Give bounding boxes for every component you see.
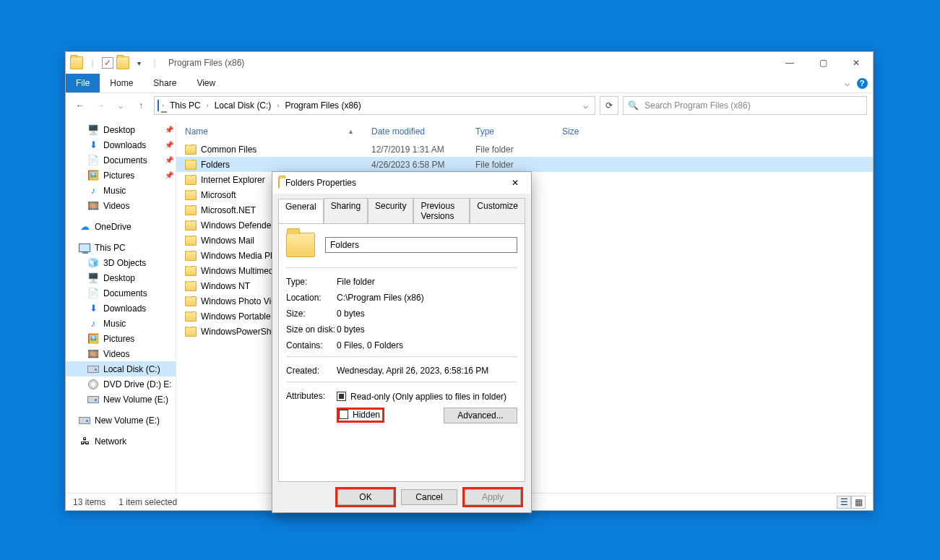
drive-icon xyxy=(87,394,99,405)
sidebar-item-pc-documents[interactable]: 📄Documents xyxy=(66,285,176,301)
sidebar-item-onedrive[interactable]: ☁OneDrive xyxy=(66,219,176,234)
label-created: Created: xyxy=(286,366,337,376)
dialog-title-bar[interactable]: Folders Properties ✕ xyxy=(272,172,531,194)
breadcrumb-seg-2[interactable]: Program Files (x86) xyxy=(282,100,363,111)
checkbox-icon xyxy=(337,392,346,401)
sidebar-item-network[interactable]: 🖧Network xyxy=(66,434,176,449)
qat-checkbox-icon[interactable]: ✓ xyxy=(102,57,113,69)
quick-access-toolbar: | ✓ ▾ | xyxy=(66,56,161,69)
breadcrumb-seg-1[interactable]: Local Disk (C:) xyxy=(212,100,275,111)
sidebar-item-pc-music[interactable]: ♪Music xyxy=(66,316,176,331)
folder-icon xyxy=(185,145,197,155)
view-large-icons-button[interactable]: ▦ xyxy=(851,496,866,509)
folder-name-input[interactable] xyxy=(325,237,517,253)
forward-button[interactable]: → xyxy=(92,97,109,114)
recent-dropdown-icon[interactable]: ⌵ xyxy=(112,97,129,114)
tab-sharing[interactable]: Sharing xyxy=(324,198,368,223)
chevron-right-icon[interactable]: › xyxy=(275,102,280,109)
column-type[interactable]: Type xyxy=(467,126,553,137)
pictures-icon: 🖼️ xyxy=(87,170,99,181)
expand-ribbon-icon[interactable]: ⌵ xyxy=(838,74,855,92)
sidebar-item-new-volume-e[interactable]: New Volume (E:) xyxy=(66,392,176,407)
close-button[interactable]: ✕ xyxy=(840,52,873,74)
sidebar-item-desktop[interactable]: 🖥️Desktop📌 xyxy=(66,122,176,137)
ok-button[interactable]: OK xyxy=(337,489,394,505)
sidebar-item-this-pc[interactable]: This PC xyxy=(66,240,176,255)
drive-icon xyxy=(87,363,99,375)
qat-folder-icon[interactable] xyxy=(116,56,129,69)
folder-icon xyxy=(70,56,83,69)
sidebar-item-pc-desktop[interactable]: 🖥️Desktop xyxy=(66,270,176,285)
breadcrumb-seg-0[interactable]: This PC xyxy=(167,100,204,111)
file-type: File folder xyxy=(467,145,553,155)
file-name: Windows Defender xyxy=(201,220,274,231)
chevron-right-icon[interactable]: › xyxy=(205,102,210,109)
column-name[interactable]: Name▲ xyxy=(176,126,363,137)
sidebar-item-videos[interactable]: 🎞️Videos xyxy=(66,198,176,213)
value-location: C:\Program Files (x86) xyxy=(337,293,517,303)
folder-icon xyxy=(185,251,197,261)
cube-icon: 🧊 xyxy=(87,257,99,269)
sidebar-item-pc-downloads[interactable]: ⬇Downloads xyxy=(66,301,176,316)
documents-icon: 📄 xyxy=(87,155,99,166)
column-size[interactable]: Size xyxy=(553,126,626,137)
up-button[interactable]: ↑ xyxy=(132,97,150,114)
sidebar-item-new-volume-e-2[interactable]: New Volume (E:) xyxy=(66,413,176,428)
tab-security[interactable]: Security xyxy=(368,198,413,223)
maximize-button[interactable]: ▢ xyxy=(806,52,840,74)
value-size: 0 bytes xyxy=(337,309,517,319)
sidebar-item-music[interactable]: ♪Music xyxy=(66,183,176,198)
pin-icon: 📌 xyxy=(163,156,176,164)
address-bar[interactable]: › This PC › Local Disk (C:) › Program Fi… xyxy=(154,96,595,115)
help-button[interactable]: ? xyxy=(855,74,873,92)
dialog-close-button[interactable]: ✕ xyxy=(499,172,531,194)
tab-view[interactable]: View xyxy=(186,74,225,92)
folder-icon xyxy=(185,160,197,170)
chevron-right-icon[interactable]: › xyxy=(160,102,165,109)
dialog-title: Folders Properties xyxy=(285,178,356,188)
qat-separator-2: | xyxy=(148,56,161,69)
checkbox-readonly[interactable]: Read-only (Only applies to files in fold… xyxy=(337,392,506,402)
sidebar-item-pictures[interactable]: 🖼️Pictures📌 xyxy=(66,168,176,183)
tab-share[interactable]: Share xyxy=(143,74,186,92)
sidebar-item-pc-videos[interactable]: 🎞️Videos xyxy=(66,346,176,361)
sidebar-item-downloads[interactable]: ⬇Downloads📌 xyxy=(66,137,176,152)
dialog-button-row: OK Cancel Apply xyxy=(272,482,531,512)
folder-icon xyxy=(185,296,197,306)
pin-icon: 📌 xyxy=(163,126,176,134)
sidebar-item-3d-objects[interactable]: 🧊3D Objects xyxy=(66,255,176,270)
table-row[interactable]: Common Files12/7/2019 1:31 AMFile folder xyxy=(176,142,873,157)
sidebar-item-local-disk-c[interactable]: Local Disk (C:) xyxy=(66,361,176,376)
folder-icon xyxy=(278,178,280,188)
table-row[interactable]: Folders4/26/2023 6:58 PMFile folder xyxy=(176,157,873,172)
qat-dropdown-icon[interactable]: ▾ xyxy=(132,56,145,69)
file-name: Microsoft.NET xyxy=(201,205,256,215)
refresh-button[interactable]: ⟳ xyxy=(600,96,618,115)
sidebar-item-pc-pictures[interactable]: 🖼️Pictures xyxy=(66,331,176,346)
cancel-button[interactable]: Cancel xyxy=(401,489,457,505)
tab-customize[interactable]: Customize xyxy=(470,198,525,223)
minimize-button[interactable]: — xyxy=(773,52,806,74)
apply-button[interactable]: Apply xyxy=(465,489,521,505)
address-dropdown-icon[interactable]: ⌵ xyxy=(579,100,592,111)
folder-icon xyxy=(185,190,197,200)
column-date[interactable]: Date modified xyxy=(363,126,467,137)
folder-icon xyxy=(185,175,197,185)
drive-icon xyxy=(79,415,90,426)
file-name: Common Files xyxy=(201,145,256,155)
tab-file[interactable]: File xyxy=(66,74,100,92)
advanced-button[interactable]: Advanced... xyxy=(444,408,517,423)
folder-icon xyxy=(185,220,197,231)
desktop-icon: 🖥️ xyxy=(87,124,99,136)
tab-home[interactable]: Home xyxy=(100,74,143,92)
tab-general[interactable]: General xyxy=(278,199,324,224)
checkbox-hidden[interactable]: Hidden xyxy=(338,409,383,421)
view-details-button[interactable]: ☰ xyxy=(837,496,851,509)
back-button[interactable]: ← xyxy=(72,97,89,114)
downloads-icon: ⬇ xyxy=(87,303,99,314)
search-input[interactable]: 🔍 Search Program Files (x86) xyxy=(623,96,867,115)
tab-previous-versions[interactable]: Previous Versions xyxy=(413,198,470,223)
folder-icon xyxy=(185,236,197,246)
sidebar-item-dvd-drive[interactable]: DVD Drive (D:) E: xyxy=(66,376,176,392)
sidebar-item-documents[interactable]: 📄Documents📌 xyxy=(66,152,176,168)
